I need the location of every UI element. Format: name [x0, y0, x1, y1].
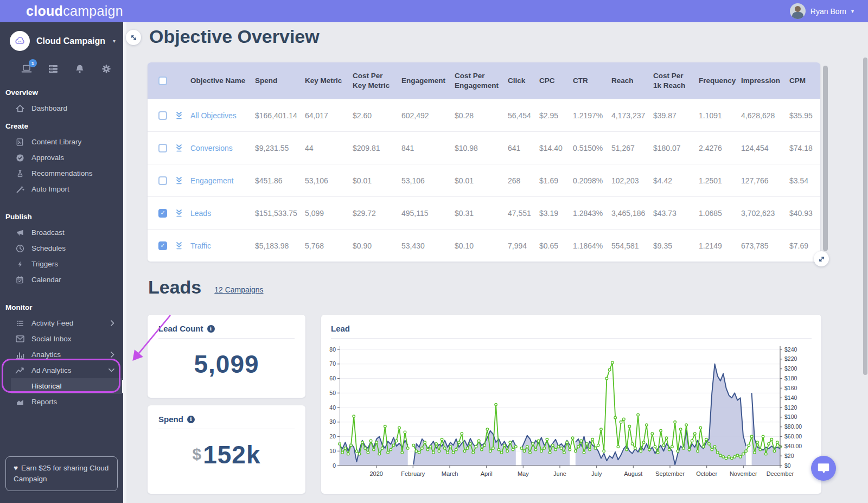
sidebar-item-historical[interactable]: Historical: [11, 378, 123, 394]
svg-text:May: May: [518, 470, 529, 477]
objective-link[interactable]: Traffic: [190, 241, 255, 250]
sidebar-item-ad-analytics[interactable]: Ad Analytics: [0, 362, 123, 378]
double-chevron-down-icon[interactable]: [175, 176, 183, 185]
select-all-checkbox[interactable]: [158, 77, 167, 85]
sidebar-collapse-button[interactable]: [126, 30, 141, 45]
row-checkbox[interactable]: [158, 176, 167, 185]
objective-link[interactable]: All Objectives: [190, 111, 255, 120]
row-select-cell: ✓: [148, 241, 190, 250]
row-checkbox[interactable]: ✓: [158, 209, 167, 218]
double-chevron-down-icon[interactable]: [175, 208, 183, 218]
cell-cost-per-1k-reach: $39.87: [653, 111, 699, 120]
svg-text:July: July: [591, 470, 602, 477]
table-row-engagement: Engagement$451.8653,106$0.0153,106$0.012…: [148, 164, 820, 196]
chart-title: Lead: [331, 324, 350, 333]
cell-cpm: $74.18: [789, 144, 820, 152]
cell-click: 7,994: [508, 241, 539, 250]
cell-cost-per-1k-reach: $9.35: [653, 241, 699, 250]
sidebar-item-label: Broadcast: [31, 228, 123, 237]
objective-link[interactable]: Leads: [190, 209, 255, 218]
sidebar-item-dashboard[interactable]: Dashboard: [0, 100, 123, 116]
lead-chart: 01020304050607080$240$220$200$180$160$14…: [321, 343, 820, 482]
bolt-icon: [15, 259, 24, 269]
cell-frequency: 2.4276: [699, 144, 741, 152]
cell-engagement: 841: [401, 144, 455, 152]
cell-engagement: 53,430: [401, 241, 455, 250]
leads-section-header: Leads 12 Campaigns: [148, 278, 264, 296]
user-avatar[interactable]: [790, 3, 806, 19]
user-menu[interactable]: Ryan Born ▾: [790, 3, 854, 19]
info-icon[interactable]: i: [187, 416, 195, 423]
cell-impression: 4,628,628: [741, 111, 789, 120]
table-expand-button[interactable]: [814, 251, 829, 266]
bell-icon[interactable]: [74, 63, 86, 75]
svg-text:$220: $220: [784, 355, 797, 362]
campaigns-link[interactable]: 12 Campaigns: [214, 285, 263, 294]
svg-text:$80.00: $80.00: [784, 423, 802, 430]
double-chevron-down-icon[interactable]: [175, 143, 183, 152]
sidebar-item-label: Ad Analytics: [31, 366, 108, 374]
row-select-cell: [148, 111, 190, 120]
sidebar-item-label: Calendar: [31, 276, 123, 284]
sidebar-item-activity-feed[interactable]: Activity Feed: [0, 315, 123, 331]
svg-text:September: September: [655, 470, 685, 477]
flask-icon: [15, 169, 24, 178]
table-header-row: Objective NameSpendKey MetricCost Per Ke…: [148, 62, 820, 99]
column-header-impression: Impression: [741, 76, 789, 86]
sidebar-item-reports[interactable]: Reports: [0, 394, 123, 410]
cell-cost-per-key-metric: $209.81: [353, 144, 401, 152]
sidebar-item-schedules[interactable]: Schedules: [0, 240, 123, 256]
column-header-frequency: Frequency: [699, 76, 741, 86]
sidebar-item-analytics[interactable]: Analytics: [0, 347, 123, 362]
cell-frequency: 1.2501: [699, 176, 741, 185]
section-label-create: Create: [0, 118, 123, 134]
cell-key-metric: 53,106: [305, 176, 353, 185]
envelope-icon: [15, 334, 24, 343]
objective-link[interactable]: Engagement: [190, 176, 255, 185]
double-chevron-down-icon[interactable]: [175, 111, 183, 120]
row-checkbox[interactable]: [158, 111, 167, 120]
cell-cpc: $0.65: [539, 241, 573, 250]
sidebar-item-recommendations[interactable]: Recommendations: [0, 165, 123, 181]
row-checkbox[interactable]: ✓: [158, 241, 167, 250]
row-select-cell: [148, 176, 190, 185]
referral-promo-box[interactable]: ♥Earn $25 for sharing Cloud Campaign: [5, 456, 118, 492]
cell-click: 56,454: [508, 111, 539, 120]
table-row-leads: ✓Leads$151,533.755,099$29.72495,115$0.31…: [148, 196, 820, 229]
cell-click: 47,551: [508, 209, 539, 218]
sidebar-item-approvals[interactable]: Approvals: [0, 150, 123, 165]
sidebar-item-label: Approvals: [31, 154, 123, 162]
sidebar-item-content-library[interactable]: Content Library: [0, 134, 123, 150]
row-select-cell: ✓: [148, 208, 190, 218]
sidebar-item-auto-import[interactable]: Auto Import: [0, 181, 123, 197]
page-scrollbar[interactable]: [863, 58, 867, 375]
cell-ctr: 1.2843%: [573, 209, 611, 218]
cell-cpc: $2.95: [539, 111, 573, 120]
chat-widget-button[interactable]: [811, 456, 836, 481]
laptop-icon[interactable]: 1: [21, 63, 33, 75]
sidebar: Cloud Campaign ▾ 1 OverviewDashboardCrea…: [0, 22, 123, 503]
row-checkbox[interactable]: [158, 144, 167, 152]
cell-ctr: 0.2098%: [573, 176, 611, 185]
column-header-cpm: CPM: [789, 76, 820, 86]
double-chevron-down-icon[interactable]: [175, 241, 183, 250]
svg-text:2020: 2020: [369, 470, 382, 477]
sidebar-item-social-inbox[interactable]: Social Inbox: [0, 331, 123, 347]
cell-spend: $5,183.98: [255, 241, 305, 250]
cell-cpc: $1.69: [539, 176, 573, 185]
queue-icon[interactable]: [47, 63, 59, 75]
cell-key-metric: 5,099: [305, 209, 353, 218]
cell-ctr: 1.1864%: [573, 241, 611, 250]
sidebar-item-broadcast[interactable]: Broadcast: [0, 225, 123, 240]
gear-icon[interactable]: [100, 63, 112, 75]
table-header-checkbox-cell: [148, 77, 190, 85]
objective-link[interactable]: Conversions: [190, 144, 255, 152]
info-icon[interactable]: i: [207, 325, 215, 333]
table-scrollbar[interactable]: [823, 66, 828, 251]
sidebar-item-calendar[interactable]: Calendar: [0, 272, 123, 288]
sidebar-item-triggers[interactable]: Triggers: [0, 256, 123, 272]
svg-text:$60.00: $60.00: [784, 433, 802, 440]
cell-reach: 102,203: [611, 176, 653, 185]
workspace-selector[interactable]: Cloud Campaign ▾: [0, 22, 123, 59]
cell-cost-per-key-metric: $2.60: [353, 111, 401, 120]
